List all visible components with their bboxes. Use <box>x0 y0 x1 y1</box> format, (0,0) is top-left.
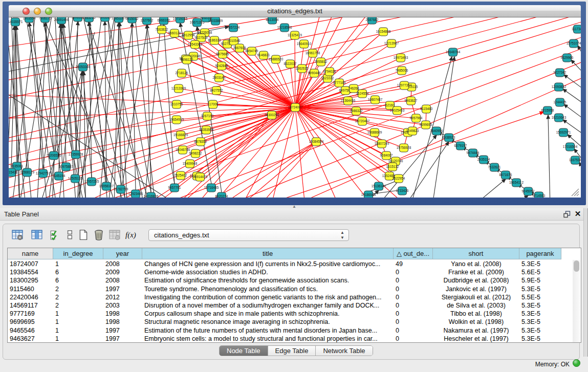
svg-text:9327503: 9327503 <box>195 36 208 39</box>
float-window-icon[interactable] <box>563 211 571 218</box>
svg-text:6794028: 6794028 <box>323 70 336 73</box>
delete-table-button[interactable] <box>108 228 122 242</box>
table-toolbar: f(x)citations_edges.txt▲▼ <box>7 228 570 244</box>
network-graph[interactable]: 1403557119035547906175266914069806332198… <box>9 17 581 198</box>
column-header-short[interactable]: short <box>433 248 519 259</box>
svg-text:14035571: 14035571 <box>9 20 23 24</box>
svg-text:9915012: 9915012 <box>126 17 139 20</box>
close-panel-icon[interactable]: ✕ <box>574 210 582 218</box>
function-builder-button[interactable]: f(x) <box>125 228 139 242</box>
table-row[interactable]: 1872400712008Changes of HCN gene express… <box>8 260 581 268</box>
cell-short: Nakamura et al. (1997) <box>433 326 519 335</box>
table-options-button[interactable] <box>11 228 25 242</box>
svg-text:8322037: 8322037 <box>284 62 297 65</box>
cell-in_degree: 1 <box>55 335 103 343</box>
table-row[interactable]: 1938455462009Genome-wide association stu… <box>8 268 581 276</box>
memory-status-icon[interactable] <box>573 359 580 367</box>
cell-out_de: 0 <box>396 285 433 293</box>
table-row[interactable]: 946554611997Estimation of the future num… <box>8 326 581 335</box>
svg-text:9896122: 9896122 <box>181 58 193 61</box>
svg-text:3267150: 3267150 <box>201 114 214 118</box>
svg-text:18724007: 18724007 <box>288 105 303 109</box>
cell-out_de: 0 <box>396 326 433 335</box>
network-table-selector[interactable]: citations_edges.txt▲▼ <box>148 229 349 241</box>
network-canvas[interactable]: 1403557119035547906175266914069806332198… <box>9 17 581 198</box>
cell-out_de: 0 <box>396 318 433 326</box>
cell-title: Genome-wide association studies in ADHD. <box>144 268 394 276</box>
svg-text:62160: 62160 <box>385 103 395 107</box>
cell-out_de: 0 <box>396 293 433 301</box>
row-height-button[interactable] <box>64 228 77 242</box>
tab-edge-table[interactable]: Edge Table <box>268 346 316 356</box>
cell-year: 1998 <box>105 310 142 318</box>
column-header-year[interactable]: year <box>103 248 142 259</box>
svg-text:12977354: 12977354 <box>397 83 412 87</box>
table-row[interactable]: 946362711997Embryonic stem cells: a mode… <box>8 335 581 343</box>
svg-text:12093832: 12093832 <box>552 85 567 89</box>
table-row[interactable]: 969969511998Structural magnetic resonanc… <box>8 318 581 326</box>
table-row[interactable]: 2242004622012Investigating the contribut… <box>8 293 581 301</box>
svg-text:8215958: 8215958 <box>541 108 554 112</box>
table-columns-icon <box>31 229 42 240</box>
column-header-title[interactable]: title <box>142 248 394 259</box>
table-row[interactable]: 911546021997Tourette syndrome. Phenomeno… <box>8 285 581 293</box>
delete-column-button[interactable] <box>93 228 106 242</box>
cell-title: Structural magnetic resonance image aver… <box>144 318 394 326</box>
svg-text:19756928: 19756928 <box>397 146 411 149</box>
svg-text:11325419: 11325419 <box>288 33 302 37</box>
select-all-button[interactable] <box>49 228 62 242</box>
column-header-out_de[interactable]: △ out_de... <box>394 248 433 259</box>
cell-year: 1997 <box>105 326 142 335</box>
table-row[interactable]: 1456911722003Disruption of a novel membe… <box>8 301 581 310</box>
vertical-scrollbar[interactable] <box>573 260 580 343</box>
cell-name: 14569117 <box>10 301 53 310</box>
cell-title: Disruption of a novel member of a sodium… <box>144 301 394 310</box>
new-column-button[interactable] <box>77 228 91 242</box>
column-header-name[interactable]: name <box>8 248 53 259</box>
cell-in_degree: 1 <box>55 260 103 268</box>
svg-text:10025453: 10025453 <box>390 108 405 112</box>
svg-text:13353594: 13353594 <box>199 128 214 132</box>
cell-out_de: 0 <box>396 268 433 276</box>
resize-grip-icon[interactable] <box>570 187 580 196</box>
svg-text:2867608: 2867608 <box>233 46 246 50</box>
svg-text:1621022: 1621022 <box>321 76 334 80</box>
cell-year: 2003 <box>105 301 142 310</box>
svg-text:9714553: 9714553 <box>533 194 546 198</box>
tab-node-table[interactable]: Node Table <box>220 346 268 356</box>
svg-text:7603319: 7603319 <box>99 17 112 19</box>
table-panel: Table Panel ✕ f(x)citations_edges.txt▲▼ … <box>0 208 588 372</box>
svg-text:1733426: 1733426 <box>396 189 409 192</box>
svg-text:2803144: 2803144 <box>213 76 226 79</box>
svg-text:9957964: 9957964 <box>410 116 423 120</box>
column-header-pagerank[interactable]: pagerank <box>519 248 561 259</box>
svg-text:5875685: 5875685 <box>216 52 229 56</box>
show-columns-button[interactable] <box>31 228 44 242</box>
table-row[interactable]: 977716911998Corpus callosum shape and si… <box>8 310 581 318</box>
cell-title: Tourette syndrome. Phenomenology and cla… <box>144 285 394 293</box>
svg-text:19218506: 19218506 <box>277 26 292 29</box>
svg-text:30975887: 30975887 <box>59 165 74 168</box>
scrollbar-thumb[interactable] <box>574 260 579 272</box>
table-panel-header: Table Panel ✕ <box>0 208 588 221</box>
network-window-titlebar[interactable]: citations_edges.txt <box>9 5 581 17</box>
cell-name: 9463627 <box>10 335 53 343</box>
svg-text:7857224: 7857224 <box>227 26 240 29</box>
svg-text:12942757: 12942757 <box>36 171 51 175</box>
right-splitter[interactable] <box>583 208 588 357</box>
column-header-in_degree[interactable]: in_degree <box>53 248 103 259</box>
svg-text:16120746: 16120746 <box>388 159 403 163</box>
svg-text:1244415: 1244415 <box>554 100 567 104</box>
cell-in_degree: 1 <box>55 318 103 326</box>
cell-in_degree: 1 <box>55 326 103 335</box>
tab-network-table[interactable]: Network Table <box>316 346 372 356</box>
svg-text:746266: 746266 <box>348 86 359 90</box>
cell-title: Investigating the contribution of common… <box>144 293 394 301</box>
cell-name: 9777169 <box>10 310 53 318</box>
svg-text:2522954: 2522954 <box>393 177 405 180</box>
svg-text:9245052: 9245052 <box>522 189 535 193</box>
table-row[interactable]: 1830029562008Estimation of significance … <box>8 276 581 285</box>
cell-title: Corpus callosum shape and size in male p… <box>144 310 394 318</box>
svg-text:9115460: 9115460 <box>420 107 433 111</box>
svg-text:15136141: 15136141 <box>372 184 386 188</box>
